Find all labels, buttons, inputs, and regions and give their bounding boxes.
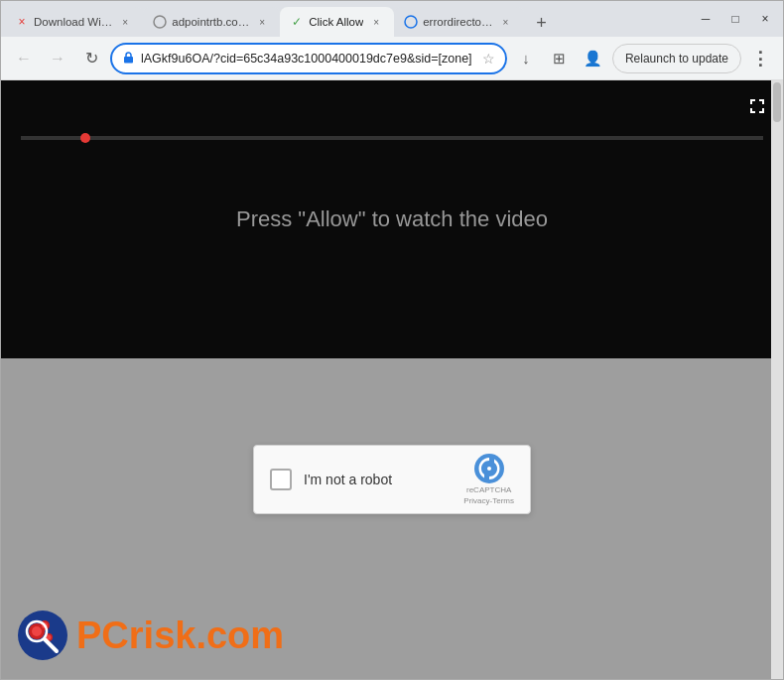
tab-1-favicon: ×: [15, 15, 29, 29]
back-button[interactable]: ←: [9, 44, 39, 73]
content-area: I'm not a robot reCAPTCHA Privacy-Terms: [1, 358, 783, 679]
fullscreen-button[interactable]: [747, 96, 767, 121]
recaptcha-privacy-terms: Privacy-Terms: [463, 496, 514, 506]
tab-3-close[interactable]: ×: [368, 14, 384, 30]
new-tab-button[interactable]: +: [528, 9, 556, 37]
tab-2-title: adpointrtb.co…: [172, 16, 249, 28]
title-bar: × Download Wi… × adpointrtb.co… × ✓ Clic…: [1, 1, 783, 37]
window-controls: ─ □ ×: [692, 5, 779, 33]
watermark-text: PCrisk.com: [76, 614, 284, 657]
tab-adpointrtb[interactable]: adpointrtb.co… ×: [143, 7, 280, 37]
toolbar: ← → ↻ lAGkf9u6OA/?cid=65c34a93c100040001…: [1, 37, 783, 80]
svg-point-6: [32, 626, 42, 636]
video-progress-bar: [21, 136, 763, 140]
video-area: Press "Allow" to watch the video: [1, 80, 783, 358]
tab-3-title: Click Allow: [309, 16, 363, 28]
svg-rect-2: [124, 57, 133, 64]
recaptcha-brand-label: reCAPTCHA: [466, 485, 511, 495]
captcha-label: I'm not a robot: [304, 472, 452, 487]
video-progress-dot: [80, 133, 90, 143]
watermark-logo-icon: [17, 610, 68, 661]
page-content: Press "Allow" to watch the video I'm not…: [1, 80, 783, 679]
extensions-button[interactable]: ⊞: [545, 44, 575, 73]
toolbar-actions: ↓ ⊞ 👤 Relaunch to update ⋮: [511, 44, 775, 73]
recaptcha-widget[interactable]: I'm not a robot reCAPTCHA Privacy-Terms: [253, 445, 531, 514]
bookmark-icon[interactable]: ☆: [482, 51, 495, 67]
tab-bar: × Download Wi… × adpointrtb.co… × ✓ Clic…: [5, 1, 684, 37]
svg-point-0: [154, 16, 166, 28]
profile-button[interactable]: 👤: [579, 44, 608, 73]
tab-4-title: errordirecto…: [423, 16, 492, 28]
svg-point-1: [405, 16, 417, 28]
tab-4-close[interactable]: ×: [498, 14, 514, 30]
watermark: PCrisk.com: [17, 610, 284, 661]
lock-icon: [122, 51, 135, 67]
tab-click-allow[interactable]: ✓ Click Allow ×: [280, 7, 394, 37]
address-text: lAGkf9u6OA/?cid=65c34a93c1000400019dc7e9…: [141, 52, 476, 66]
relaunch-button[interactable]: Relaunch to update: [612, 44, 741, 73]
tab-2-close[interactable]: ×: [254, 14, 270, 30]
maximize-button[interactable]: □: [721, 5, 749, 33]
close-button[interactable]: ×: [751, 5, 779, 33]
captcha-branding: reCAPTCHA Privacy-Terms: [463, 453, 514, 505]
menu-button[interactable]: ⋮: [745, 44, 775, 73]
tab-errordirector[interactable]: errordirecto… ×: [394, 7, 523, 37]
video-prompt-text: Press "Allow" to watch the video: [236, 206, 548, 232]
captcha-checkbox[interactable]: [270, 469, 292, 490]
tab-1-close[interactable]: ×: [117, 14, 133, 30]
address-bar[interactable]: lAGkf9u6OA/?cid=65c34a93c1000400019dc7e9…: [110, 43, 507, 74]
scrollbar[interactable]: [771, 80, 783, 679]
tab-2-favicon: [153, 15, 167, 29]
tab-download-wi[interactable]: × Download Wi… ×: [5, 7, 143, 37]
reload-button[interactable]: ↻: [76, 44, 106, 73]
tab-4-favicon: [404, 15, 418, 29]
tab-3-favicon: ✓: [290, 15, 304, 29]
browser-window: × Download Wi… × adpointrtb.co… × ✓ Clic…: [0, 0, 784, 680]
recaptcha-logo-icon: [473, 453, 505, 484]
scrollbar-thumb[interactable]: [773, 82, 781, 122]
minimize-button[interactable]: ─: [692, 5, 719, 33]
tab-1-title: Download Wi…: [34, 16, 112, 28]
download-button[interactable]: ↓: [511, 44, 541, 73]
forward-button[interactable]: →: [43, 44, 72, 73]
